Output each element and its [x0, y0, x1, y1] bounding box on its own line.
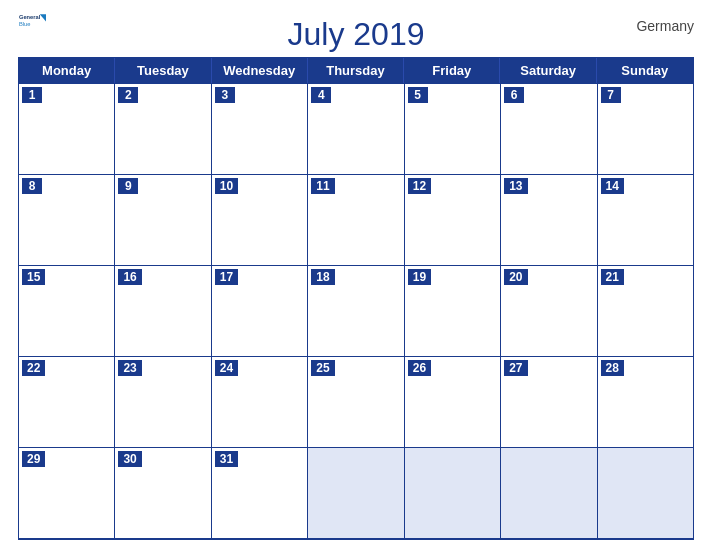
day-cell: 19	[405, 266, 501, 357]
date-number: 25	[311, 360, 334, 376]
day-cell: 4	[308, 84, 404, 175]
day-cell: 26	[405, 357, 501, 448]
date-number: 26	[408, 360, 431, 376]
date-number: 3	[215, 87, 235, 103]
date-number: 10	[215, 178, 238, 194]
day-cell: 21	[598, 266, 694, 357]
day-cell: 29	[19, 448, 115, 539]
day-cell: 13	[501, 175, 597, 266]
day-cell: 3	[212, 84, 308, 175]
day-header-monday: Monday	[19, 58, 115, 83]
date-number: 23	[118, 360, 141, 376]
date-number: 2	[118, 87, 138, 103]
date-number: 4	[311, 87, 331, 103]
date-number: 8	[22, 178, 42, 194]
day-cell	[501, 448, 597, 539]
date-number: 12	[408, 178, 431, 194]
date-number: 14	[601, 178, 624, 194]
date-number: 31	[215, 451, 238, 467]
header-row: General Blue July 2019 Germany	[18, 10, 694, 53]
date-number: 18	[311, 269, 334, 285]
date-number: 22	[22, 360, 45, 376]
day-cell: 7	[598, 84, 694, 175]
date-number: 5	[408, 87, 428, 103]
day-cell: 17	[212, 266, 308, 357]
day-header-sunday: Sunday	[597, 58, 693, 83]
day-cell: 30	[115, 448, 211, 539]
day-cell: 11	[308, 175, 404, 266]
date-number: 27	[504, 360, 527, 376]
day-cell: 9	[115, 175, 211, 266]
days-header: MondayTuesdayWednesdayThursdayFridaySatu…	[18, 57, 694, 84]
svg-text:Blue: Blue	[19, 21, 30, 27]
date-number: 30	[118, 451, 141, 467]
date-number: 16	[118, 269, 141, 285]
day-cell: 18	[308, 266, 404, 357]
day-cell: 5	[405, 84, 501, 175]
day-cell	[308, 448, 404, 539]
country-label: Germany	[636, 18, 694, 34]
day-cell: 24	[212, 357, 308, 448]
date-number: 15	[22, 269, 45, 285]
day-cell: 1	[19, 84, 115, 175]
date-number: 1	[22, 87, 42, 103]
date-number: 7	[601, 87, 621, 103]
day-cell: 20	[501, 266, 597, 357]
day-cell	[405, 448, 501, 539]
calendar-container: General Blue July 2019 Germany MondayTue…	[0, 0, 712, 550]
svg-text:General: General	[19, 14, 41, 20]
day-cell: 14	[598, 175, 694, 266]
day-cell: 23	[115, 357, 211, 448]
day-header-saturday: Saturday	[500, 58, 596, 83]
day-header-wednesday: Wednesday	[212, 58, 308, 83]
day-cell: 15	[19, 266, 115, 357]
date-number: 21	[601, 269, 624, 285]
date-number: 6	[504, 87, 524, 103]
date-number: 13	[504, 178, 527, 194]
calendar-title: July 2019	[288, 16, 425, 53]
date-number: 24	[215, 360, 238, 376]
logo-area: General Blue	[18, 10, 46, 32]
day-cell: 16	[115, 266, 211, 357]
day-cell: 10	[212, 175, 308, 266]
day-cell: 27	[501, 357, 597, 448]
date-number: 19	[408, 269, 431, 285]
day-cell: 6	[501, 84, 597, 175]
day-cell: 12	[405, 175, 501, 266]
day-cell: 2	[115, 84, 211, 175]
general-blue-logo-icon: General Blue	[18, 10, 46, 32]
date-number: 11	[311, 178, 334, 194]
date-number: 29	[22, 451, 45, 467]
date-number: 17	[215, 269, 238, 285]
day-header-thursday: Thursday	[308, 58, 404, 83]
day-header-friday: Friday	[404, 58, 500, 83]
day-cell: 22	[19, 357, 115, 448]
date-number: 9	[118, 178, 138, 194]
date-number: 28	[601, 360, 624, 376]
date-number: 20	[504, 269, 527, 285]
day-cell: 31	[212, 448, 308, 539]
day-cell: 28	[598, 357, 694, 448]
day-cell: 8	[19, 175, 115, 266]
day-cell: 25	[308, 357, 404, 448]
day-header-tuesday: Tuesday	[115, 58, 211, 83]
day-cell	[598, 448, 694, 539]
calendar-grid: 1234567891011121314151617181920212223242…	[18, 84, 694, 540]
